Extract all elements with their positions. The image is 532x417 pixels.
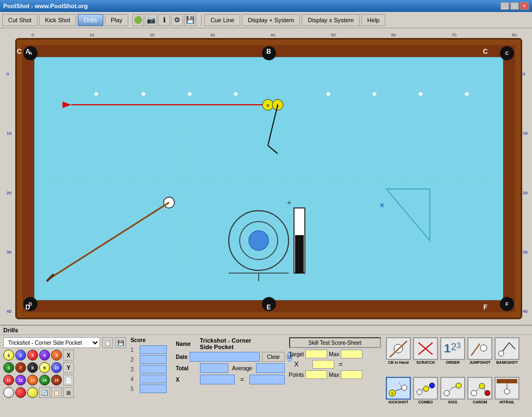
drill-selector-row: Trickshot - Corner Side Pocket 📋 💾 (3, 337, 126, 348)
pocket-e (262, 297, 276, 311)
result-input[interactable] (249, 375, 285, 384)
x-label[interactable]: X (63, 350, 74, 361)
ball-4[interactable]: 4 (39, 350, 50, 361)
list-icon[interactable]: 📋 (51, 387, 62, 398)
shot-kickshot[interactable]: 9 KICKSHOT (385, 377, 411, 404)
kickshot-svg: 9 (387, 378, 410, 399)
name-row: Name Trickshot - CornerSide Pocket (176, 337, 285, 350)
score-input-2[interactable] (140, 355, 167, 364)
points-input[interactable] (305, 370, 327, 379)
total-input[interactable] (200, 363, 228, 373)
power-icon-button[interactable]: 🟢 (132, 14, 144, 26)
ball-8[interactable]: 8 (27, 362, 38, 373)
target-input[interactable] (305, 350, 327, 358)
svg-line-40 (390, 341, 407, 357)
shot-scratch[interactable]: SCRATCH (412, 337, 439, 364)
points-row: Points Max (289, 370, 381, 379)
minimize-button[interactable]: _ (500, 2, 509, 10)
camera-icon-button[interactable]: 📷 (145, 14, 157, 26)
gear-icon-button[interactable]: ⚙ (171, 14, 183, 26)
pocket-c: C (500, 46, 514, 60)
close-button[interactable]: ✕ (520, 2, 529, 10)
display-plus-system-button[interactable]: Display + System (242, 14, 300, 26)
date-input[interactable] (190, 352, 260, 362)
ball-10[interactable]: 10 (51, 362, 62, 373)
cut-shot-button[interactable]: Cut Shot (2, 14, 37, 26)
felt-surface[interactable] (34, 57, 503, 300)
svg-line-63 (449, 388, 452, 391)
svg-text:1: 1 (444, 342, 450, 355)
pocket-d: D (23, 297, 37, 311)
drill-selector[interactable]: Trickshot - Corner Side Pocket (3, 337, 100, 348)
cue-line-button[interactable]: Cue Line (204, 14, 240, 26)
drill-copy-icon[interactable]: 📋 (102, 337, 113, 348)
hitrail-svg (496, 378, 518, 399)
shot-hitrail[interactable]: HITRAIL (494, 377, 520, 404)
points-max-input[interactable] (341, 370, 362, 379)
y-label[interactable]: Y (63, 362, 74, 373)
ball-12[interactable]: 12 (15, 375, 26, 386)
ruler-top: 0 10 20 30 40 50 60 70 80 (32, 33, 517, 37)
ball-7[interactable]: 7 (15, 362, 26, 373)
svg-rect-70 (497, 379, 517, 383)
pocket-f: F (500, 297, 514, 311)
svg-point-57 (423, 386, 429, 391)
maximize-button[interactable]: □ (510, 2, 519, 10)
multiply-input[interactable] (312, 360, 334, 369)
x-multiply-row: X = (289, 360, 381, 369)
ball-3[interactable]: 3 (27, 350, 38, 361)
ball-row-2: 6 7 8 9 10 Y (3, 362, 126, 373)
ball-6[interactable]: 6 (3, 362, 14, 373)
x-input[interactable] (200, 375, 235, 384)
table-container: 0 10 20 30 40 50 60 70 80 0 10 20 30 40 … (0, 28, 532, 325)
ball-14[interactable]: 14 (39, 375, 50, 386)
shot-kiss[interactable]: KISS (440, 377, 466, 404)
drills-button[interactable]: Drills (78, 14, 103, 26)
combo-svg (414, 378, 437, 399)
pool-table: A C D F (15, 38, 522, 319)
max-input[interactable] (341, 350, 362, 358)
ball-2[interactable]: 2 (15, 350, 26, 361)
bankshot-icon-img (495, 337, 520, 360)
grid-icon[interactable]: ⊞ (63, 387, 74, 398)
kick-shot-button[interactable]: Kick Shot (39, 14, 76, 26)
shot-combo[interactable]: COMBO (412, 377, 439, 404)
ball-red[interactable] (15, 387, 26, 398)
shot-jumpshot[interactable]: JUMPSHOT (467, 337, 493, 364)
shot-carom[interactable]: CAROM (467, 377, 493, 404)
ball-13[interactable]: 13 (27, 375, 38, 386)
clear-button[interactable]: Clear (262, 352, 285, 362)
score-input-1[interactable] (140, 345, 167, 354)
score-input-5[interactable] (140, 384, 167, 393)
name-date-panel: Name Trickshot - CornerSide Pocket Date … (176, 337, 285, 415)
drill-doc-icon[interactable]: 📄 (63, 375, 74, 386)
ball-cue[interactable] (3, 387, 14, 398)
score-input-3[interactable] (140, 365, 167, 374)
info-icon-button[interactable]: ℹ (158, 14, 170, 26)
window-controls[interactable]: _ □ ✕ (500, 2, 529, 10)
svg-line-49 (509, 343, 515, 349)
ruler-left: 0 10 20 30 40 (7, 72, 11, 314)
help-button[interactable]: Help (361, 14, 386, 26)
skill-test-button[interactable]: Skill Test Score-Sheet (289, 337, 381, 348)
ball-9[interactable]: 9 (39, 362, 50, 373)
score-input-4[interactable] (140, 375, 167, 383)
ball-11[interactable]: 11 (3, 375, 14, 386)
shot-bankshot[interactable]: BANKSHOT (494, 337, 520, 364)
carom-svg (468, 378, 491, 399)
drill-save-icon[interactable]: 💾 (115, 337, 126, 348)
ball-yellow[interactable] (27, 387, 38, 398)
refresh-icon[interactable]: 🔄 (39, 387, 50, 398)
average-input[interactable] (256, 363, 284, 373)
svg-point-62 (456, 383, 461, 388)
total-row: Total Average (176, 363, 285, 373)
display-x-system-button[interactable]: Display x System (302, 14, 359, 26)
main-content: 0 10 20 30 40 50 60 70 80 0 10 20 30 40 … (0, 28, 532, 417)
save-icon-button[interactable]: 💾 (184, 14, 196, 26)
shot-order[interactable]: 1 2 3 ORDER (440, 337, 466, 364)
play-button[interactable]: Play (105, 14, 128, 26)
shot-cb-in-hand[interactable]: CB in Hand (385, 337, 411, 364)
ball-1[interactable]: 1 (3, 350, 14, 361)
ball-5[interactable]: 5 (51, 350, 62, 361)
ball-15[interactable]: 15 (51, 375, 62, 386)
